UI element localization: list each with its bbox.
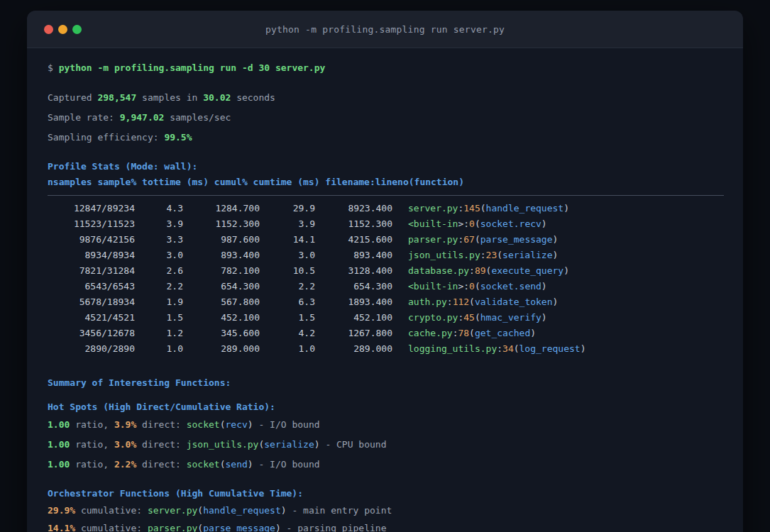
table-row: 8934/89343.0893.4003.0893.400json_utils.…: [48, 248, 724, 263]
code-token: serialize: [502, 250, 552, 260]
tottime-cell: 452.100: [183, 310, 260, 326]
code-token: 0: [469, 218, 475, 229]
code-token: parser.py: [408, 234, 458, 245]
code-token: hmac_verify: [480, 312, 541, 323]
code-token: (: [220, 459, 226, 470]
code-token: ): [541, 312, 547, 323]
location-cell: crypto.py:45(hmac_verify): [408, 310, 547, 326]
code-token: 14.1%: [48, 523, 75, 532]
code-token: ratio,: [70, 459, 114, 470]
code-token: auth.py: [408, 297, 447, 307]
cumul-pct-cell: 4.2: [260, 326, 315, 341]
code-token: 67: [463, 234, 475, 245]
code-token: ratio,: [70, 419, 114, 430]
terminal-output: $ python -m profiling.sampling run -d 30…: [27, 48, 743, 532]
code-token: samples in: [136, 92, 203, 103]
cumul-pct-cell: 3.9: [260, 216, 315, 232]
profile-stats-heading: Profile Stats (Mode: wall):: [48, 159, 724, 174]
hotspot-line: 1.00 ratio, 3.0% direct: json_utils.py(s…: [48, 435, 724, 455]
location-cell: json_utils.py:23(serialize): [408, 248, 558, 263]
nsamples-cell: 7821/31284: [48, 263, 135, 279]
sample-pct-cell: 1.2: [135, 326, 183, 341]
code-token: 45: [463, 312, 475, 323]
code-token: 145: [463, 203, 480, 214]
cumul-pct-cell: 1.5: [260, 310, 315, 326]
cumul-pct-cell: 1.0: [260, 341, 315, 357]
code-token: json_utils.py: [187, 439, 259, 450]
code-token: (: [514, 343, 519, 354]
cumtime-cell: 1893.400: [315, 294, 392, 310]
table-row: 4521/45211.5452.1001.5452.100crypto.py:4…: [48, 310, 724, 326]
nsamples-cell: 6543/6543: [48, 279, 135, 294]
code-token: database.py: [408, 265, 469, 276]
code-token: - parsing pipeline: [281, 523, 387, 532]
code-token: ): [314, 439, 320, 450]
code-token: cumulative:: [75, 505, 148, 516]
code-token: (: [475, 218, 480, 229]
cumtime-cell: 289.000: [315, 341, 392, 357]
capture-stat-line: Sampling efficiency: 99.5%: [48, 128, 724, 148]
command-line: $ python -m profiling.sampling run -d 30…: [48, 61, 724, 75]
code-token: 3.0%: [114, 439, 136, 450]
hotspot-line: 1.00 ratio, 2.2% direct: socket(send) - …: [48, 455, 724, 475]
code-token: parser.py: [148, 523, 197, 532]
code-token: ): [248, 419, 253, 430]
code-token: serialize: [264, 439, 314, 450]
orchestrator-line: 14.1% cumulative: parser.py(parse_messag…: [48, 519, 724, 532]
tottime-cell: 567.800: [183, 294, 260, 310]
location-cell: server.py:145(handle_request): [408, 201, 569, 216]
sample-pct-cell: 4.3: [135, 201, 183, 216]
capture-stat-line: Captured 298,547 samples in 30.02 second…: [48, 88, 724, 108]
code-token: server.py: [148, 505, 197, 516]
summary-heading: Summary of Interesting Functions:: [48, 375, 724, 391]
code-token: - main entry point: [287, 505, 392, 516]
nsamples-cell: 11523/11523: [48, 216, 135, 232]
location-cell: <built-in>:0(socket.recv): [408, 216, 547, 232]
tottime-cell: 345.600: [183, 326, 260, 341]
sample-pct-cell: 1.5: [135, 310, 183, 326]
sample-pct-cell: 1.9: [135, 294, 183, 310]
sample-pct-cell: 2.6: [135, 263, 183, 279]
nsamples-cell: 3456/12678: [48, 326, 135, 341]
sample-pct-cell: 3.0: [135, 248, 183, 263]
sample-pct-cell: 2.2: [135, 279, 183, 294]
code-token: handle_request: [486, 203, 564, 214]
code-token: direct:: [136, 439, 186, 450]
cumtime-cell: 4215.600: [315, 232, 392, 248]
code-token: crypto.py: [408, 312, 458, 323]
terminal-window: python -m profiling.sampling run server.…: [27, 11, 743, 532]
profile-table: 12847/892344.31284.70029.98923.400server…: [48, 201, 724, 357]
location-cell: cache.py:78(get_cached): [408, 326, 536, 341]
code-token: <built-in: [408, 218, 458, 229]
code-token: socket.recv: [480, 218, 541, 229]
code-token: recv: [226, 419, 248, 430]
nsamples-cell: 9876/42156: [48, 232, 135, 248]
hotspot-list: 1.00 ratio, 3.9% direct: socket(recv) - …: [48, 415, 724, 475]
command-text: python -m profiling.sampling run -d 30 s…: [59, 62, 326, 73]
nsamples-cell: 8934/8934: [48, 248, 135, 263]
code-token: 89: [475, 265, 486, 276]
code-token: (: [497, 250, 502, 260]
code-token: :: [469, 265, 475, 276]
tottime-cell: 1284.700: [183, 201, 260, 216]
code-token: 3.9%: [114, 419, 136, 430]
code-token: direct:: [136, 459, 186, 470]
code-token: get_cached: [475, 328, 530, 338]
code-token: (: [469, 297, 475, 307]
nsamples-cell: 2890/2890: [48, 341, 135, 357]
cumul-pct-cell: 29.9: [260, 201, 315, 216]
code-token: ): [248, 459, 253, 470]
nsamples-cell: 5678/18934: [48, 294, 135, 310]
cumtime-cell: 1267.800: [315, 326, 392, 341]
titlebar: python -m profiling.sampling run server.…: [27, 11, 743, 48]
code-token: ): [581, 343, 586, 354]
code-token: socket.send: [480, 281, 541, 292]
location-cell: logging_utils.py:34(log_request): [408, 341, 585, 357]
code-token: seconds: [231, 92, 275, 103]
code-token: 23: [486, 250, 497, 260]
code-token: >:: [458, 281, 469, 292]
code-token: ): [275, 523, 281, 532]
cumtime-cell: 3128.400: [315, 263, 392, 279]
code-token: - I/O bound: [253, 419, 320, 430]
tottime-cell: 782.100: [183, 263, 260, 279]
